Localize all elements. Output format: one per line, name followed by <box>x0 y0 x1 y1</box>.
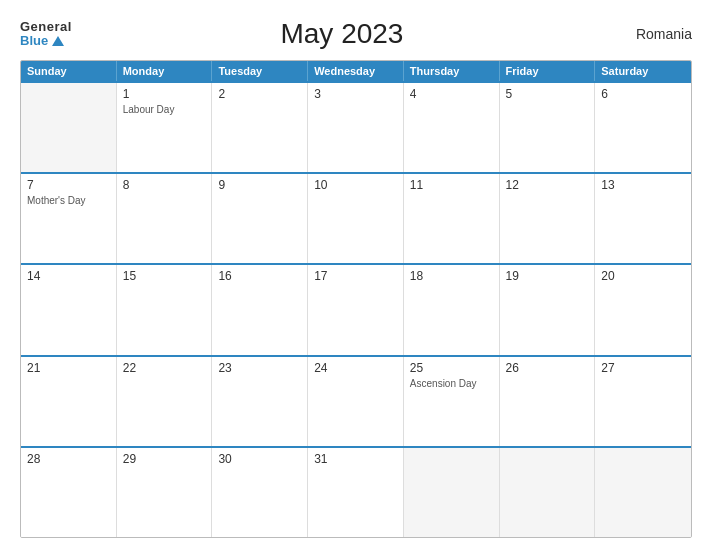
day-number: 30 <box>218 452 301 466</box>
calendar-cell: 5 <box>500 83 596 172</box>
day-number: 10 <box>314 178 397 192</box>
day-number: 13 <box>601 178 685 192</box>
day-number: 9 <box>218 178 301 192</box>
calendar: Sunday Monday Tuesday Wednesday Thursday… <box>20 60 692 538</box>
col-wednesday: Wednesday <box>308 61 404 81</box>
calendar-cell: 6 <box>595 83 691 172</box>
day-number: 16 <box>218 269 301 283</box>
calendar-cell: 21 <box>21 357 117 446</box>
day-number: 4 <box>410 87 493 101</box>
calendar-cell: 29 <box>117 448 213 537</box>
calendar-cell: 20 <box>595 265 691 354</box>
day-number: 19 <box>506 269 589 283</box>
col-tuesday: Tuesday <box>212 61 308 81</box>
day-number: 7 <box>27 178 110 192</box>
calendar-cell: 26 <box>500 357 596 446</box>
col-monday: Monday <box>117 61 213 81</box>
calendar-cell: 10 <box>308 174 404 263</box>
day-number: 25 <box>410 361 493 375</box>
calendar-week-2: 7Mother's Day8910111213 <box>21 172 691 263</box>
calendar-week-3: 14151617181920 <box>21 263 691 354</box>
logo-general-text: General <box>20 20 72 34</box>
day-number: 22 <box>123 361 206 375</box>
holiday-label: Ascension Day <box>410 377 493 390</box>
calendar-cell: 27 <box>595 357 691 446</box>
calendar-cell: 7Mother's Day <box>21 174 117 263</box>
day-number: 31 <box>314 452 397 466</box>
day-number: 20 <box>601 269 685 283</box>
calendar-cell: 13 <box>595 174 691 263</box>
calendar-cell: 11 <box>404 174 500 263</box>
calendar-cell: 19 <box>500 265 596 354</box>
calendar-week-4: 2122232425Ascension Day2627 <box>21 355 691 446</box>
calendar-cell: 31 <box>308 448 404 537</box>
holiday-label: Mother's Day <box>27 194 110 207</box>
day-number: 15 <box>123 269 206 283</box>
holiday-label: Labour Day <box>123 103 206 116</box>
logo-triangle-icon <box>52 36 64 46</box>
calendar-body: 1Labour Day234567Mother's Day89101112131… <box>21 81 691 537</box>
calendar-cell: 25Ascension Day <box>404 357 500 446</box>
calendar-cell: 15 <box>117 265 213 354</box>
day-number: 1 <box>123 87 206 101</box>
calendar-week-5: 28293031 <box>21 446 691 537</box>
day-number: 28 <box>27 452 110 466</box>
calendar-cell: 2 <box>212 83 308 172</box>
day-number: 21 <box>27 361 110 375</box>
logo: General Blue <box>20 20 72 49</box>
day-number: 2 <box>218 87 301 101</box>
calendar-cell: 22 <box>117 357 213 446</box>
calendar-cell: 14 <box>21 265 117 354</box>
calendar-cell <box>21 83 117 172</box>
page: General Blue May 2023 Romania Sunday Mon… <box>0 0 712 550</box>
logo-blue-text: Blue <box>20 34 72 48</box>
calendar-cell: 24 <box>308 357 404 446</box>
day-number: 24 <box>314 361 397 375</box>
day-number: 23 <box>218 361 301 375</box>
calendar-cell: 8 <box>117 174 213 263</box>
day-number: 14 <box>27 269 110 283</box>
calendar-cell <box>595 448 691 537</box>
day-number: 5 <box>506 87 589 101</box>
day-number: 3 <box>314 87 397 101</box>
calendar-cell <box>404 448 500 537</box>
calendar-cell: 18 <box>404 265 500 354</box>
day-number: 18 <box>410 269 493 283</box>
day-number: 8 <box>123 178 206 192</box>
calendar-cell: 16 <box>212 265 308 354</box>
calendar-cell: 12 <box>500 174 596 263</box>
day-number: 17 <box>314 269 397 283</box>
calendar-cell: 3 <box>308 83 404 172</box>
calendar-cell: 23 <box>212 357 308 446</box>
day-number: 29 <box>123 452 206 466</box>
calendar-cell: 30 <box>212 448 308 537</box>
month-title: May 2023 <box>72 18 612 50</box>
calendar-cell <box>500 448 596 537</box>
day-number: 26 <box>506 361 589 375</box>
col-saturday: Saturday <box>595 61 691 81</box>
day-number: 12 <box>506 178 589 192</box>
calendar-header: Sunday Monday Tuesday Wednesday Thursday… <box>21 61 691 81</box>
col-thursday: Thursday <box>404 61 500 81</box>
day-number: 27 <box>601 361 685 375</box>
calendar-cell: 4 <box>404 83 500 172</box>
calendar-cell: 9 <box>212 174 308 263</box>
calendar-cell: 1Labour Day <box>117 83 213 172</box>
calendar-week-1: 1Labour Day23456 <box>21 81 691 172</box>
col-friday: Friday <box>500 61 596 81</box>
day-number: 11 <box>410 178 493 192</box>
day-number: 6 <box>601 87 685 101</box>
country-label: Romania <box>612 26 692 42</box>
col-sunday: Sunday <box>21 61 117 81</box>
calendar-cell: 17 <box>308 265 404 354</box>
calendar-cell: 28 <box>21 448 117 537</box>
header: General Blue May 2023 Romania <box>20 18 692 50</box>
